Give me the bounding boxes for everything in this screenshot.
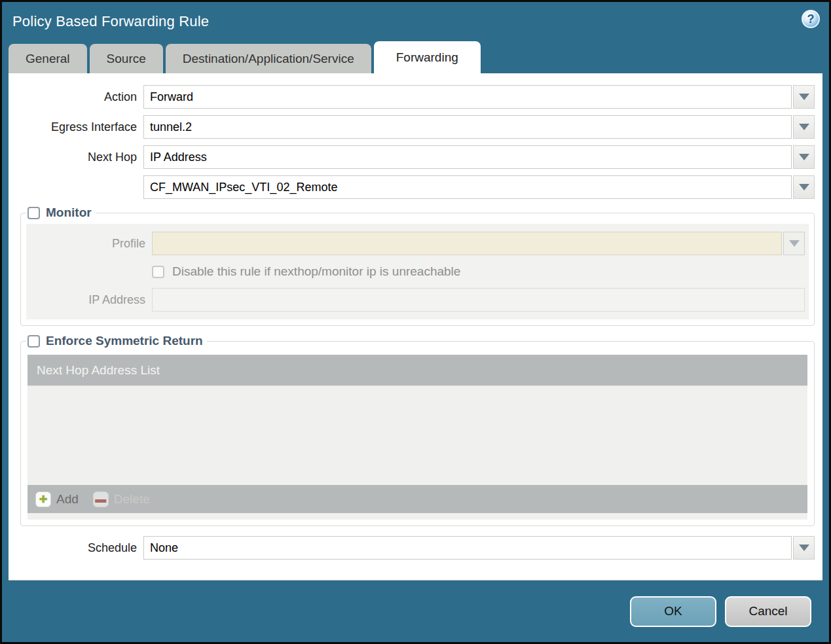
delete-button: ▬ Delete [93, 492, 150, 507]
monitor-fieldset: Monitor Profile Disable [20, 206, 815, 326]
tab-source[interactable]: Source [90, 44, 163, 73]
add-button[interactable]: ✚ Add [35, 492, 79, 507]
chevron-down-icon [799, 545, 809, 551]
egress-interface-label: Egress Interface [9, 120, 137, 134]
symmetric-return-legend: Enforce Symmetric Return [26, 334, 207, 348]
chevron-down-icon [799, 94, 809, 100]
monitor-profile-label: Profile [26, 237, 145, 251]
action-label: Action [9, 90, 137, 104]
next-hop-address-table-body[interactable] [28, 385, 807, 485]
monitor-legend-label: Monitor [46, 206, 92, 220]
dialog-titlebar: Policy Based Forwarding Rule ? [2, 2, 829, 41]
forwarding-tab-panel: Action Forward Egress Interface tunnel.2 [9, 73, 822, 581]
schedule-label: Schedule [9, 541, 137, 555]
symmetric-return-fieldset: Enforce Symmetric Return Next Hop Addres… [20, 334, 815, 526]
monitor-ip-address-label: IP Address [26, 293, 145, 307]
table-scroll-strip [28, 513, 807, 520]
chevron-down-icon [789, 240, 800, 247]
action-dropdown-button[interactable] [793, 85, 815, 109]
next-hop-target-combobox[interactable]: CF_MWAN_IPsec_VTI_02_Remote [143, 175, 792, 199]
schedule-row: Schedule None [9, 536, 815, 560]
dialog-tabs: General Source Destination/Application/S… [2, 41, 829, 73]
delete-button-label: Delete [114, 492, 150, 507]
plus-icon: ✚ [35, 492, 51, 507]
monitor-checkbox[interactable] [28, 207, 40, 219]
monitor-profile-dropdown-button [783, 232, 805, 255]
action-value: Forward [150, 90, 193, 104]
ok-button[interactable]: OK [630, 596, 716, 627]
next-hop-address-table: Next Hop Address List ✚ Add ▬ Delete [28, 355, 807, 520]
chevron-down-icon [799, 154, 809, 160]
cancel-button[interactable]: Cancel [725, 596, 811, 627]
egress-interface-row: Egress Interface tunnel.2 [9, 115, 815, 139]
monitor-disable-rule-row: Disable this rule if nexthop/monitor ip … [152, 264, 805, 279]
tab-destination-label: Destination/Application/Service [183, 52, 354, 66]
symmetric-return-legend-label: Enforce Symmetric Return [46, 334, 203, 348]
pbf-rule-dialog: Policy Based Forwarding Rule ? General S… [0, 0, 831, 644]
next-hop-target-dropdown-button[interactable] [793, 175, 815, 199]
next-hop-combobox[interactable]: IP Address [143, 145, 792, 169]
tab-destination-application-service[interactable]: Destination/Application/Service [166, 44, 371, 73]
next-hop-row: Next Hop IP Address [9, 145, 815, 169]
next-hop-dropdown-button[interactable] [793, 145, 815, 169]
schedule-dropdown-button[interactable] [793, 536, 815, 560]
next-hop-target-value: CF_MWAN_IPsec_VTI_02_Remote [150, 181, 337, 194]
action-row: Action Forward [9, 85, 815, 109]
dialog-title: Policy Based Forwarding Rule [12, 13, 209, 30]
monitor-panel: Profile Disable this rule if nexthop/mon… [26, 224, 809, 319]
monitor-profile-row: Profile [26, 232, 805, 255]
minus-icon: ▬ [93, 492, 109, 507]
chevron-down-icon [799, 124, 809, 130]
ok-button-label: OK [664, 604, 682, 618]
tab-general[interactable]: General [9, 44, 87, 73]
monitor-profile-combobox [152, 232, 782, 255]
next-hop-address-list-column: Next Hop Address List [37, 363, 160, 378]
chevron-down-icon [799, 184, 809, 190]
dialog-footer: OK Cancel [2, 581, 829, 642]
disable-rule-checkbox [152, 266, 164, 278]
disable-rule-label: Disable this rule if nexthop/monitor ip … [172, 264, 460, 279]
monitor-ip-address-input [152, 288, 805, 312]
monitor-legend: Monitor [26, 206, 96, 220]
egress-interface-value: tunnel.2 [150, 120, 192, 134]
tab-source-label: Source [107, 52, 146, 66]
next-hop-target-row: CF_MWAN_IPsec_VTI_02_Remote [9, 175, 815, 199]
next-hop-address-table-header: Next Hop Address List [28, 355, 807, 385]
egress-interface-combobox[interactable]: tunnel.2 [143, 115, 792, 139]
next-hop-value: IP Address [150, 151, 207, 164]
next-hop-label: Next Hop [9, 151, 137, 164]
tab-forwarding[interactable]: Forwarding [374, 41, 481, 73]
action-combobox[interactable]: Forward [143, 85, 792, 109]
egress-interface-dropdown-button[interactable] [793, 115, 815, 139]
schedule-combobox[interactable]: None [143, 536, 792, 560]
tab-general-label: General [26, 52, 70, 66]
help-icon[interactable]: ? [802, 10, 820, 28]
cancel-button-label: Cancel [748, 604, 787, 618]
schedule-value: None [150, 541, 178, 555]
add-button-label: Add [56, 492, 79, 507]
next-hop-address-table-toolbar: ✚ Add ▬ Delete [28, 485, 807, 513]
monitor-ip-address-row: IP Address [26, 288, 805, 312]
tab-forwarding-label: Forwarding [396, 50, 458, 65]
symmetric-return-checkbox[interactable] [28, 335, 40, 348]
help-glyph: ? [807, 12, 815, 26]
